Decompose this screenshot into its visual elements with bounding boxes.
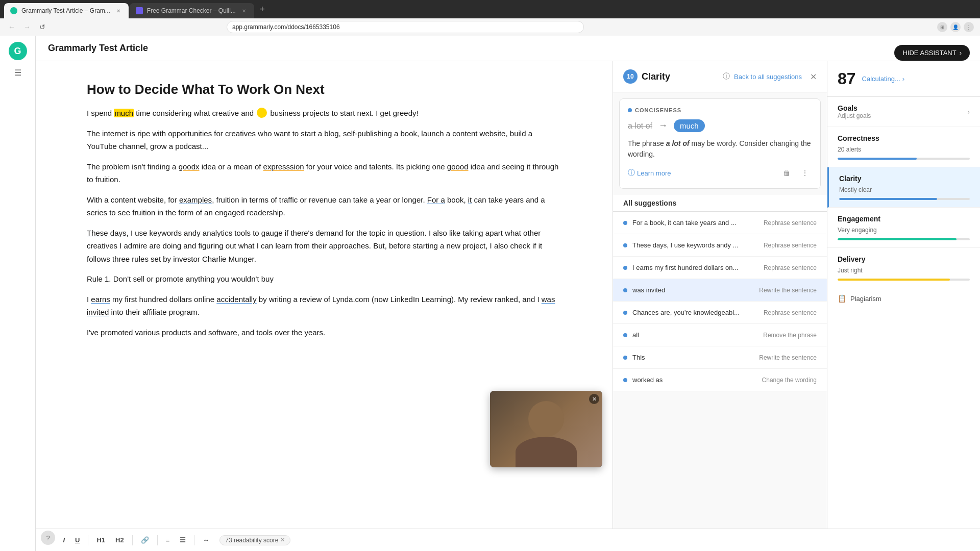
suggestion-for-a-book: For a — [427, 195, 445, 204]
suggestion-item-4[interactable]: Chances are, you're knowledgeabl... Reph… — [613, 302, 827, 324]
delivery-title: Delivery — [838, 255, 865, 263]
doc-heading: How to Decide What To Work On Next — [87, 82, 561, 97]
panel-close-button[interactable]: ✕ — [810, 72, 817, 82]
suggestion-earns: earns — [91, 295, 110, 304]
delivery-section[interactable]: Delivery Just right — [827, 248, 980, 288]
back-label: Back to all suggestions — [734, 73, 802, 81]
italic-button[interactable]: I — [59, 533, 69, 547]
profile-icon[interactable]: 👤 — [950, 22, 961, 32]
clarity-badge: 10 — [623, 69, 638, 84]
engagement-section[interactable]: Engagement Very engaging — [827, 208, 980, 248]
ordered-list-button[interactable]: ≡ — [162, 533, 174, 547]
link-button[interactable]: 🔗 — [137, 533, 153, 547]
plagiarism-button[interactable]: 📋 Plagiarism — [827, 288, 980, 309]
add-tab-button[interactable]: + — [255, 2, 270, 16]
suggestion-item-5[interactable]: all Remove the phrase — [613, 324, 827, 346]
info-icon[interactable]: ⓘ — [723, 72, 730, 81]
score-number: 87 — [838, 69, 856, 88]
url-text: app.grammarly.com/ddocs/1665335106 — [232, 23, 340, 31]
readability-label: 73 readability score — [225, 537, 278, 544]
h1-button[interactable]: H1 — [92, 533, 109, 547]
unordered-list-button[interactable]: ☰ — [176, 533, 190, 547]
phrase-new-button[interactable]: much — [674, 119, 705, 132]
paragraph-6: Rule 1. Don't sell or promote anything y… — [87, 272, 561, 286]
correctness-header: Correctness — [838, 134, 970, 142]
correctness-title: Correctness — [838, 134, 879, 142]
h2-button[interactable]: H2 — [111, 533, 128, 547]
forward-button[interactable]: → — [21, 21, 33, 33]
suggestion-action-5: Remove the phrase — [763, 332, 817, 339]
suggestions-list: For a book, it can take years and ... Re… — [613, 212, 827, 529]
suggestion-text-0: For a book, it can take years and ... — [632, 219, 758, 227]
grammarly-favicon — [10, 7, 17, 14]
learn-more-button[interactable]: ⓘ Learn more — [628, 168, 671, 178]
grammarly-panel: 10 Clarity ⓘ Back to all suggestions ✕ C… — [612, 61, 827, 529]
more-options-button[interactable]: ⋮ — [798, 166, 812, 180]
calculating-text: Calculating... — [862, 75, 900, 83]
url-bar[interactable]: app.grammarly.com/ddocs/1665335106 — [227, 21, 584, 33]
suggestion-action-7: Change the wording — [762, 377, 817, 384]
suggestion-dot-5 — [623, 333, 627, 337]
suggestion-item-2[interactable]: I earns my first hundred dollars on... R… — [613, 257, 827, 279]
indent-button[interactable]: ↔ — [199, 533, 213, 547]
toolbar-separator-1 — [88, 535, 88, 545]
back-to-suggestions-button[interactable]: Back to all suggestions — [734, 73, 802, 81]
nav-bar: ← → ↺ app.grammarly.com/ddocs/1665335106… — [0, 18, 980, 36]
tab-quill-label: Free Grammar Checker – Quill... — [147, 7, 236, 14]
suggestion-item-6[interactable]: This Rewrite the sentence — [613, 346, 827, 369]
document-area[interactable]: How to Decide What To Work On Next I spe… — [36, 61, 612, 529]
main-suggestion-card: CONCISENESS a lot of → much The phrase a… — [619, 98, 821, 189]
panel-header: 10 Clarity ⓘ Back to all suggestions ✕ — [613, 61, 827, 92]
clarity-section[interactable]: Clarity Mostly clear — [827, 167, 980, 208]
back-button[interactable]: ← — [6, 21, 17, 33]
extensions-icon[interactable]: ⊞ — [937, 22, 947, 32]
plagiarism-label: Plagiarism — [850, 295, 881, 303]
engagement-subtitle: Very engaging — [838, 227, 877, 234]
phrase-change: a lot of → much — [628, 119, 812, 132]
tab-quill[interactable]: Free Grammar Checker – Quill... ✕ — [130, 3, 254, 18]
plagiarism-icon: 📋 — [838, 294, 846, 303]
suggestion-item-0[interactable]: For a book, it can take years and ... Re… — [613, 212, 827, 234]
suggestion-item-7[interactable]: worked as Change the wording — [613, 369, 827, 391]
suggestion-item-1[interactable]: These days, I use keywords andy ... Reph… — [613, 234, 827, 257]
readability-badge[interactable]: 73 readability score ✕ — [219, 535, 290, 545]
underline-button[interactable]: U — [71, 533, 84, 547]
suggestion-text-4: Chances are, you're knowledgeabl... — [632, 309, 758, 316]
delete-suggestion-button[interactable]: 🗑 — [779, 166, 794, 180]
tab-bar: Grammarly Test Article – Gram... ✕ Free … — [0, 0, 980, 18]
correctness-subtitle: 20 alerts — [838, 146, 861, 153]
suggestion-item-3[interactable]: was invited Rewrite the sentence — [613, 279, 827, 302]
calculating-label[interactable]: Calculating... › — [862, 75, 905, 83]
score-goals-section[interactable]: Goals Adjust goals › — [827, 97, 980, 127]
tab-quill-close[interactable]: ✕ — [240, 7, 248, 15]
paragraph-7: I earns my first hundred dollars online … — [87, 293, 561, 319]
quill-favicon — [136, 7, 143, 14]
calculating-chevron: › — [902, 75, 904, 83]
score-header: 87 Calculating... › — [827, 61, 980, 97]
error-word-andy: andy — [184, 229, 201, 237]
help-button[interactable]: ? — [41, 531, 55, 545]
video-close-button[interactable]: ✕ — [589, 394, 599, 404]
score-panel: HIDE ASSISTANT › 87 Calculating... › — [827, 61, 980, 529]
readability-close[interactable]: ✕ — [280, 537, 285, 543]
engagement-title: Engagement — [838, 215, 880, 223]
suggestion-text-7: worked as — [632, 376, 757, 384]
toolbar-separator-2 — [132, 535, 133, 545]
score-goals-info: Goals Adjust goals — [838, 104, 871, 119]
suggestion-text-1: These days, I use keywords andy ... — [632, 241, 758, 249]
tab-grammarly[interactable]: Grammarly Test Article – Gram... ✕ — [4, 3, 129, 18]
bottom-toolbar: B I U H1 H2 🔗 ≡ ☰ ↔ 73 readability score… — [36, 529, 980, 551]
menu-button[interactable]: ☰ — [10, 64, 26, 81]
delivery-subtitle: Just right — [838, 267, 863, 274]
suggestion-tag-label: CONCISENESS — [635, 107, 681, 113]
correctness-section[interactable]: Correctness 20 alerts — [827, 127, 980, 167]
reload-button[interactable]: ↺ — [37, 21, 48, 33]
delivery-bar-fill — [838, 279, 950, 281]
phrase-old: a lot of — [628, 121, 652, 131]
suggestion-action-6: Rewrite the sentence — [759, 354, 817, 361]
content-area: How to Decide What To Work On Next I spe… — [36, 61, 980, 529]
tab-grammarly-close[interactable]: ✕ — [114, 7, 122, 15]
settings-icon[interactable]: ⋮ — [964, 22, 974, 32]
suggestion-examples: examples — [179, 195, 212, 204]
grammarly-logo[interactable]: G — [9, 42, 27, 60]
